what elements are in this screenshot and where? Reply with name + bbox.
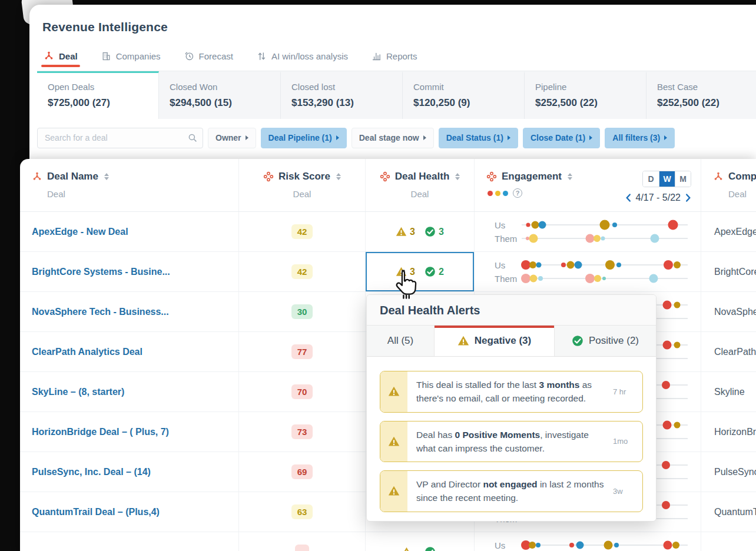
risk-score-badge: 42: [291, 224, 313, 239]
card-value: $120,250 (9): [413, 97, 513, 109]
module-icon: [380, 171, 390, 182]
search-input[interactable]: [37, 128, 203, 148]
column-header-deal-name[interactable]: Deal Name Deal: [20, 159, 238, 211]
deal-name-link[interactable]: ClearPath Analytics Deal: [32, 347, 142, 357]
engagement-dot: [663, 301, 672, 310]
engagement-dot: [663, 341, 672, 350]
deal-name-link[interactable]: ApexEdge - New Deal: [32, 227, 128, 237]
deal-name-link[interactable]: HorizonBridge Deal – ( Plus, 7): [32, 427, 169, 437]
tab-label: AI win/loss analysis: [271, 51, 348, 61]
engagement-cell: Us Them: [474, 252, 701, 291]
engagement-dot: [663, 421, 672, 430]
card-value: $294,500 (15): [170, 97, 270, 109]
column-label: Risk Score: [278, 171, 330, 182]
summary-card-best-case[interactable]: Best Case$252,500 (22): [646, 71, 756, 119]
engagement-dot: [536, 263, 541, 268]
module-icon: [263, 171, 274, 182]
engagement-dot: [664, 541, 672, 550]
search-icon: [187, 132, 198, 145]
popup-tab-negative-3-[interactable]: Negative (3): [435, 326, 555, 356]
deal-health-cell[interactable]: 3 3: [365, 212, 474, 251]
filter-deal-pipeline-1-[interactable]: Deal Pipeline (1): [261, 128, 347, 148]
tab-companies[interactable]: Companies: [101, 51, 161, 71]
table-row: ApexEdge - New Deal 42 3 3 Us Them ApexE…: [20, 212, 756, 252]
negative-alerts: 3: [396, 226, 415, 237]
popup-tab-all-5-[interactable]: All (5): [367, 326, 435, 356]
table-row: BrightCore Systems - Busine... 42 3 2 Us…: [20, 252, 756, 292]
tab-ai-win-loss-analysis[interactable]: AI win/loss analysis: [257, 51, 348, 71]
us-timeline: [522, 264, 688, 265]
deal-name-link[interactable]: PulseSync, Inc. Deal – (14): [32, 467, 151, 477]
tab-deal[interactable]: Deal: [44, 51, 78, 71]
column-header-engagement[interactable]: Engagement ? DWM 4/17 - 5/22: [474, 159, 701, 211]
summary-card-commit[interactable]: Commit$120,250 (9): [403, 71, 525, 119]
column-header-risk-score[interactable]: Risk Score Deal: [238, 159, 365, 211]
risk-score-badge: [295, 545, 309, 551]
engagement-dot: [569, 543, 574, 547]
popup-title: Deal Health Alerts: [367, 295, 656, 326]
filter-label: Deal Status (1): [446, 133, 503, 142]
deal-health-cell[interactable]: [365, 532, 474, 551]
deal-name-link[interactable]: NovaSphere Tech - Business...: [32, 307, 169, 317]
risk-score-badge: 70: [291, 384, 313, 399]
card-label: Pipeline: [535, 82, 635, 92]
deal-name-link[interactable]: QuantumTrail Deal – (Plus,4): [32, 507, 160, 517]
deal-name-link[interactable]: BrightCore Systems - Busine...: [32, 267, 170, 277]
filter-deal-status-1-[interactable]: Deal Status (1): [439, 128, 518, 148]
engagement-dot: [650, 234, 659, 243]
alert-warning-strip: [380, 371, 407, 412]
period-D[interactable]: D: [643, 171, 659, 187]
engagement-dot: [531, 221, 539, 229]
engagement-dot: [593, 235, 601, 242]
risk-score-badge: 77: [291, 344, 313, 359]
filter-label: Close Date (1): [530, 133, 585, 142]
summary-card-closed-won[interactable]: Closed Won$294,500 (15): [159, 71, 281, 119]
company-cell: BrightCore: [701, 252, 756, 291]
sort-icon[interactable]: [104, 173, 109, 180]
filter-deal-stage-now[interactable]: Deal stage now: [352, 128, 434, 148]
company-cell: QuantumTrail: [701, 492, 756, 532]
summary-card-open-deals[interactable]: Open Deals$725,000 (27): [37, 71, 159, 119]
popup-tab-label: Positive (2): [589, 335, 639, 347]
engagement-dot: [668, 220, 678, 230]
engagement-dot: [536, 543, 541, 547]
sort-icon[interactable]: [455, 173, 460, 180]
help-icon[interactable]: ?: [513, 188, 522, 198]
summary-card-closed-lost[interactable]: Closed lost$153,290 (13): [281, 71, 403, 119]
tab-reports[interactable]: Reports: [372, 51, 417, 71]
legend-dot: [503, 191, 508, 196]
column-header-company[interactable]: Company Deal: [701, 159, 756, 211]
chevron-left-icon[interactable]: [625, 193, 632, 203]
engagement-dot: [612, 223, 617, 227]
filter-owner[interactable]: Owner: [208, 128, 256, 148]
period-W[interactable]: W: [659, 171, 675, 187]
engagement-cell: Us Them: [474, 212, 701, 251]
alert-timestamp: 1mo: [613, 421, 642, 462]
filter-all-filters-3-[interactable]: All filters (3): [605, 128, 675, 148]
warning-icon: [457, 335, 469, 347]
tab-forecast[interactable]: Forecast: [184, 51, 233, 71]
deal-health-cell[interactable]: 3 2: [365, 252, 474, 291]
column-header-deal-health[interactable]: Deal Health Deal: [365, 159, 474, 211]
engagement-dot: [662, 461, 670, 469]
engagement-dot: [649, 274, 658, 283]
engagement-dot: [674, 422, 680, 429]
negative-alerts: 3: [396, 266, 415, 277]
company-cell: [701, 532, 756, 551]
page-title: Revenue Intelligence: [42, 20, 756, 34]
companies-icon: [101, 51, 111, 61]
popup-tab-positive-2-[interactable]: Positive (2): [555, 326, 656, 356]
deal-name-link[interactable]: SkyLine – (8, starter): [32, 387, 124, 397]
period-M[interactable]: M: [675, 171, 691, 187]
tab-label: Forecast: [199, 51, 233, 61]
sort-icon[interactable]: [568, 173, 572, 180]
nav-tabs: DealCompaniesForecastAI win/loss analysi…: [42, 51, 756, 71]
engagement-dot: [539, 221, 546, 229]
health-alert: Deal has 0 Positive Moments, investigate…: [380, 421, 643, 463]
risk-score-badge: 30: [291, 304, 313, 319]
engagement-dot: [574, 261, 582, 269]
filter-close-date-1-[interactable]: Close Date (1): [523, 128, 600, 148]
chevron-right-icon[interactable]: [685, 193, 691, 203]
sort-icon[interactable]: [336, 173, 341, 180]
summary-card-pipeline[interactable]: Pipeline$252,500 (22): [525, 71, 646, 119]
